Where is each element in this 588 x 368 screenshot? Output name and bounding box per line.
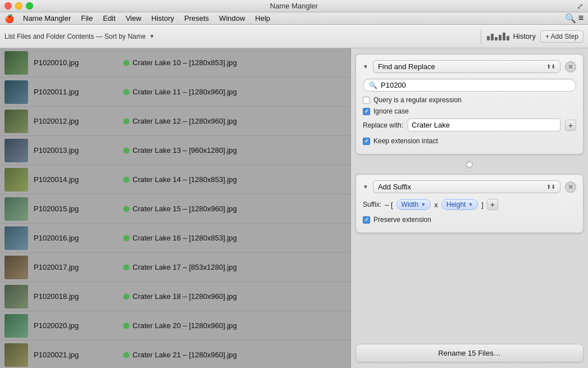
- file-row[interactable]: P1020010.jpg Crater Lake 10 – [1280x853]…: [0, 48, 350, 78]
- step1-keep-ext-checkbox[interactable]: [363, 138, 370, 145]
- file-original-name: P1020010.jpg: [34, 58, 124, 67]
- file-original-name: P1020020.jpg: [34, 321, 124, 330]
- file-row[interactable]: P1020015.jpg Crater Lake 15 – [1280x960]…: [0, 194, 350, 224]
- step1-replace-plus-button[interactable]: +: [565, 120, 576, 131]
- file-original-name: P1020015.jpg: [34, 205, 124, 213]
- menu-history[interactable]: History: [147, 13, 179, 24]
- step-card-find-replace: ▼ Find and Replace ⬆⬇ ✕ 🔍 Query is a reg…: [355, 54, 584, 155]
- rename-indicator: [124, 148, 129, 153]
- step2-suffix-plus-button[interactable]: +: [487, 199, 498, 210]
- step2-width-tag[interactable]: Width ▼: [396, 199, 431, 210]
- file-original-name: P1020021.jpg: [34, 351, 124, 359]
- menu-file[interactable]: File: [76, 13, 97, 24]
- file-row[interactable]: P1020014.jpg Crater Lake 14 – [1280x853]…: [0, 165, 350, 194]
- step2-preserve-ext-checkbox[interactable]: [363, 216, 370, 224]
- rename-indicator: [124, 294, 129, 299]
- file-thumbnail: [4, 343, 28, 367]
- step2-close-button[interactable]: ✕: [565, 181, 576, 193]
- step2-suffix-dash: – [: [385, 201, 393, 209]
- file-row[interactable]: P1020017.jpg Crater Lake 17 – [853x1280]…: [0, 253, 350, 282]
- title-bar: Name Mangler ⤢: [0, 0, 588, 12]
- rename-indicator: [124, 206, 129, 212]
- list-dropdown-arrow[interactable]: ▼: [149, 33, 154, 39]
- file-thumbnail: [4, 139, 28, 162]
- file-row[interactable]: P1020021.jpg Crater Lake 21 – [1280x960]…: [0, 340, 350, 368]
- window-title: Name Mangler: [270, 2, 318, 10]
- file-thumbnail: [4, 51, 28, 75]
- step1-replace-input[interactable]: [408, 119, 560, 131]
- rename-indicator: [124, 60, 129, 66]
- step2-height-label: Height: [446, 201, 466, 208]
- zoom-icon[interactable]: ⤢: [577, 2, 584, 11]
- file-renamed-name: Crater Lake 10 – [1280x853].jpg: [124, 58, 346, 67]
- menu-view[interactable]: View: [121, 13, 146, 24]
- list-label: List Files and Folder Contents — Sort by…: [4, 33, 145, 40]
- step2-collapse-triangle[interactable]: ▼: [363, 184, 368, 190]
- file-thumbnail: [4, 256, 28, 279]
- step1-option1-checkbox[interactable]: [363, 97, 370, 104]
- main-area: P1020010.jpg Crater Lake 10 – [1280x853]…: [0, 48, 588, 368]
- maximize-button[interactable]: [26, 2, 33, 10]
- step2-height-tag[interactable]: Height ▼: [441, 199, 478, 210]
- search-icon: 🔍: [369, 81, 377, 89]
- file-original-name: P1020014.jpg: [34, 175, 124, 184]
- file-thumbnail: [4, 110, 28, 133]
- step2-suffix-row: Suffix: – [ Width ▼ x Height ▼ ] +: [363, 199, 576, 210]
- step1-select-arrows: ⬆⬇: [546, 63, 555, 70]
- file-row[interactable]: P1020016.jpg Crater Lake 16 – [1280x853]…: [0, 224, 350, 253]
- file-renamed-name: Crater Lake 21 – [1280x960].jpg: [124, 351, 346, 359]
- window-controls[interactable]: [4, 2, 33, 10]
- file-row[interactable]: P1020020.jpg Crater Lake 20 – [1280x960]…: [0, 311, 350, 340]
- file-renamed-name: Crater Lake 11 – [1280x960].jpg: [124, 88, 346, 96]
- file-original-name: P1020013.jpg: [34, 146, 124, 155]
- file-row[interactable]: P1020011.jpg Crater Lake 11 – [1280x960]…: [0, 78, 350, 107]
- menu-app[interactable]: Name Mangler: [19, 13, 75, 24]
- step2-height-arrow: ▼: [468, 202, 473, 207]
- step2-header: ▼ Add Suffix ⬆⬇ ✕: [363, 180, 576, 193]
- step2-width-label: Width: [402, 201, 419, 208]
- connector-bubble: [466, 161, 473, 168]
- step-card-add-suffix: ▼ Add Suffix ⬆⬇ ✕ Suffix: – [ Width ▼ x …: [355, 174, 584, 233]
- step1-close-button[interactable]: ✕: [565, 61, 576, 72]
- file-row[interactable]: P1020018.jpg Crater Lake 18 – [1280x960]…: [0, 282, 350, 311]
- minimize-button[interactable]: [15, 2, 22, 10]
- step1-collapse-triangle[interactable]: ▼: [363, 63, 368, 70]
- step2-x-text: x: [434, 201, 438, 209]
- file-original-name: P1020017.jpg: [34, 263, 124, 271]
- step2-type-select[interactable]: Add Suffix ⬆⬇: [373, 180, 560, 193]
- file-renamed-name: Crater Lake 18 – [1280x960].jpg: [124, 292, 346, 301]
- file-renamed-name: Crater Lake 14 – [1280x853].jpg: [124, 175, 346, 184]
- rename-indicator: [124, 119, 129, 124]
- menu-help[interactable]: Help: [250, 13, 275, 24]
- file-original-name: P1020016.jpg: [34, 234, 124, 242]
- step1-search-box: 🔍: [363, 79, 576, 92]
- step1-type-label: Find and Replace: [378, 62, 435, 71]
- step2-width-arrow: ▼: [421, 202, 426, 207]
- step1-option1-label: Query is a regular expression: [373, 96, 462, 104]
- toolbar: List Files and Folder Contents — Sort by…: [0, 25, 588, 48]
- file-row[interactable]: P1020012.jpg Crater Lake 12 – [1280x960]…: [0, 107, 350, 136]
- file-original-name: P1020012.jpg: [34, 117, 124, 125]
- history-section: History: [481, 29, 535, 44]
- step1-type-select[interactable]: Find and Replace ⬆⬇: [373, 60, 560, 73]
- rename-btn-area: Rename 15 Files…: [355, 340, 584, 362]
- menu-window[interactable]: Window: [215, 13, 249, 24]
- close-button[interactable]: [4, 2, 12, 10]
- rename-button[interactable]: Rename 15 Files…: [355, 344, 584, 362]
- rename-indicator: [124, 177, 129, 183]
- file-renamed-name: Crater Lake 12 – [1280x960].jpg: [124, 117, 346, 125]
- step2-select-arrows: ⬆⬇: [546, 184, 555, 190]
- file-row[interactable]: P1020013.jpg Crater Lake 13 – [960x1280]…: [0, 136, 350, 165]
- step1-replace-label: Replace with:: [363, 121, 403, 129]
- step1-option2-label: Ignore case: [373, 107, 409, 115]
- add-step-button[interactable]: + Add Step: [540, 30, 584, 43]
- step1-replace-row: Replace with: +: [363, 119, 576, 131]
- step1-option2-checkbox[interactable]: [363, 108, 370, 115]
- list-menu-icon[interactable]: ≡: [578, 13, 584, 24]
- step1-search-input[interactable]: [381, 81, 570, 89]
- search-menu-icon[interactable]: 🔍: [565, 13, 576, 24]
- menu-edit[interactable]: Edit: [98, 13, 120, 24]
- history-icon: [487, 33, 509, 40]
- menu-presets[interactable]: Presets: [180, 13, 213, 24]
- apple-menu[interactable]: 🍎: [4, 14, 14, 23]
